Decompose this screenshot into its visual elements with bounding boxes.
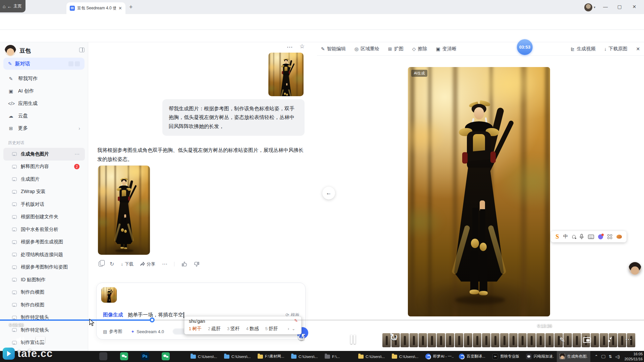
taskbar-window-button[interactable]: ✂剪映专业版	[490, 351, 523, 362]
tray-display-icon[interactable]: 🖵	[601, 354, 605, 359]
tray-clock[interactable]: 16:05 2025/11/16	[625, 352, 643, 361]
history-item[interactable]: 制作白模图	[3, 299, 85, 311]
image-generation-mode-label[interactable]: 图像生成	[103, 312, 123, 318]
input-reference-thumbnail[interactable]	[101, 287, 117, 303]
profile-caret-icon[interactable]: ▾	[594, 5, 595, 9]
ime-page-arrows[interactable]: ›⌄	[288, 326, 298, 331]
more-actions-icon[interactable]: ⋯	[162, 261, 167, 267]
sogou-logo-icon[interactable]: S	[555, 233, 559, 240]
sidebar-item[interactable]: ⊞更多›	[0, 122, 88, 134]
thumbs-up-icon[interactable]	[181, 261, 187, 267]
sidebar-item[interactable]: ▣AI 创作	[0, 85, 88, 97]
filmstrip-thumbnail[interactable]	[473, 333, 481, 347]
filmstrip-thumbnail[interactable]	[491, 333, 499, 347]
browser-profile-avatar[interactable]	[584, 3, 592, 11]
ime-candidate[interactable]: 1树干	[189, 326, 202, 332]
subtitle-icon[interactable]	[36, 337, 45, 343]
player-home-button[interactable]: ⌂ ← 主页	[0, 0, 25, 12]
previous-image-button[interactable]: ←	[322, 187, 335, 199]
copy-icon[interactable]	[99, 261, 103, 266]
taskbar-window-button[interactable]: C:\Users\...	[221, 351, 255, 362]
window-close-button[interactable]: ✕	[629, 4, 639, 9]
filmstrip-thumbnail[interactable]	[437, 333, 445, 347]
taskbar-window-button[interactable]: F:\素材网...	[255, 351, 288, 362]
volume-icon[interactable]	[16, 336, 25, 344]
new-chat-button[interactable]: ✎ 新对话	[3, 58, 85, 70]
filmstrip-thumbnail[interactable]	[500, 333, 508, 347]
pinned-app-icon[interactable]	[99, 352, 107, 360]
microphone-icon[interactable]	[580, 234, 584, 239]
sidebar-item[interactable]: ✎帮我写作	[0, 72, 88, 85]
sogou-skin-icon[interactable]	[616, 235, 622, 239]
taskbar-window-button[interactable]: 生成角色图...	[557, 351, 590, 362]
filmstrip-thumbnail[interactable]	[419, 333, 427, 347]
edit-tool-button[interactable]: ✎智能编辑	[321, 46, 346, 52]
filmstrip-thumbnail[interactable]	[410, 333, 418, 347]
taskbar-window-button[interactable]: 百度翻译...	[456, 351, 490, 362]
history-item[interactable]: 根据参考图制作站姿图	[3, 261, 85, 274]
download-button[interactable]: ↓下载	[121, 261, 133, 267]
history-item[interactable]: 根据图创建文件夹	[3, 211, 85, 224]
generate-video-button[interactable]: ⊵生成视频	[571, 46, 596, 52]
model-selector[interactable]: ✦Seedream 4.0	[131, 329, 164, 334]
draw-pencil-icon[interactable]: ✎	[559, 336, 565, 344]
sidebar-collapse-icon[interactable]	[79, 48, 85, 52]
thumbs-down-icon[interactable]	[194, 261, 200, 267]
edit-tool-button[interactable]: ◎区域重绘	[355, 46, 379, 52]
filmstrip-thumbnail[interactable]	[573, 333, 581, 347]
pause-button[interactable]	[350, 335, 357, 344]
filmstrip-thumbnail[interactable]	[455, 333, 463, 347]
filmstrip-thumbnail[interactable]	[536, 333, 545, 347]
generated-chat-image[interactable]	[98, 166, 150, 255]
filmstrip-thumbnail[interactable]	[428, 333, 436, 347]
window-minimize-button[interactable]: —	[600, 4, 610, 9]
history-item[interactable]: 处理结构线连接问题	[3, 248, 85, 261]
ime-candidate[interactable]: 3竖杆	[227, 326, 240, 332]
filmstrip-thumbnail[interactable]	[545, 333, 554, 347]
filmstrip-thumbnail[interactable]	[518, 333, 527, 347]
rewind-10-button[interactable]: ↺ 10	[297, 333, 306, 343]
video-seek-knob[interactable]	[150, 317, 155, 322]
filmstrip-thumbnail[interactable]	[509, 333, 518, 347]
taskbar-window-button[interactable]: F:\...	[322, 351, 356, 362]
history-item[interactable]: 解释图片内容2	[3, 161, 85, 173]
download-original-button[interactable]: ↓下载原图	[604, 46, 627, 52]
history-item[interactable]: 制作白横图	[3, 286, 85, 299]
chinese-mode-icon[interactable]: 中	[563, 234, 568, 240]
history-item[interactable]: ID 贴图制作	[3, 274, 85, 286]
history-item[interactable]: 手机版对话	[3, 198, 85, 211]
forward-30-button[interactable]: ↻ 30	[390, 333, 398, 343]
keyboard-icon[interactable]	[588, 235, 594, 239]
window-maximize-button[interactable]: ▢	[614, 4, 625, 9]
sidebar-item[interactable]: </>应用生成	[0, 97, 88, 110]
item-more-icon[interactable]: ⋯	[74, 151, 79, 157]
history-item[interactable]: 国中水务前景分析	[3, 223, 85, 236]
filmstrip-thumbnail[interactable]	[527, 333, 536, 347]
shape-tool-icon[interactable]	[572, 235, 576, 238]
taskbar-window-button[interactable]: C:\Users\...	[389, 351, 423, 362]
edit-tool-button[interactable]: ▣变清晰	[436, 46, 456, 52]
sogou-ime-toolbar[interactable]: S 中	[551, 231, 627, 242]
ime-candidate[interactable]: 4数感	[246, 326, 259, 332]
wechat-icon[interactable]	[120, 352, 128, 360]
reference-image-chip[interactable]: ▤参考图	[103, 328, 122, 335]
browser-tab[interactable]: 豆包 Seedream 4.0 使... ✕	[66, 2, 125, 14]
taskbar-window-button[interactable]: C:\Users\...	[188, 351, 221, 362]
share-button[interactable]: 分享	[140, 261, 155, 267]
user-reference-image[interactable]	[268, 53, 304, 96]
ime-candidate[interactable]: 5舒肝	[265, 326, 278, 332]
filmstrip-thumbnail[interactable]	[446, 333, 454, 347]
more-controls-icon[interactable]: ⋯	[625, 335, 632, 343]
taskbar-window-button[interactable]: C:\Users\...	[356, 351, 389, 362]
hero-generated-image[interactable]	[408, 67, 550, 316]
tray-network-icon[interactable]: ⇅	[608, 354, 612, 359]
ime-candidate[interactable]: 2疏肝	[208, 326, 221, 332]
picture-in-picture-icon[interactable]	[583, 337, 591, 343]
filmstrip-thumbnail[interactable]	[591, 333, 599, 347]
tray-volume-icon[interactable]: ◁)	[615, 354, 620, 359]
history-item[interactable]: 根据参考图生成视图	[3, 236, 85, 249]
wechat-work-icon[interactable]	[162, 352, 170, 360]
panel-close-icon[interactable]: ✕	[636, 46, 640, 52]
new-tab-button[interactable]: +	[129, 4, 133, 11]
sogou-wubi-icon[interactable]	[598, 234, 603, 239]
